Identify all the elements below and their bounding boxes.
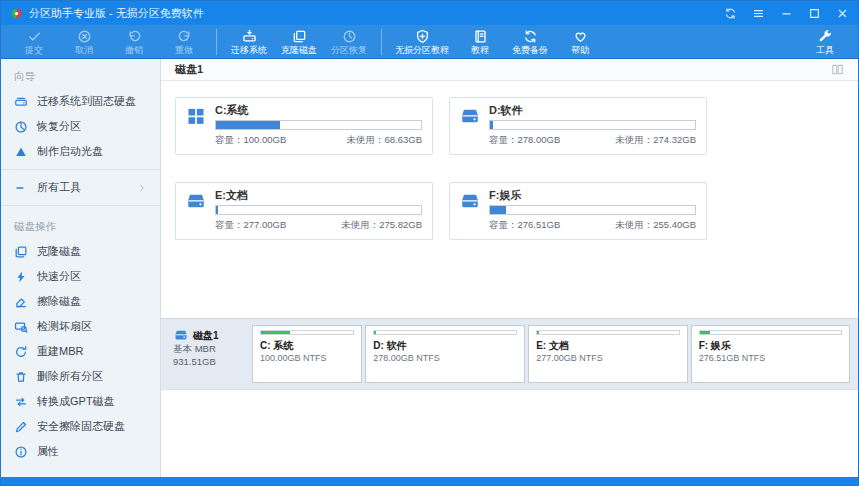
cancel-button[interactable]: 取消 xyxy=(59,26,109,58)
sidebar-item-convert-to-gpt[interactable]: 转换成GPT磁盘 xyxy=(1,389,160,414)
unused-text: 未使用：274.32GB xyxy=(615,134,696,147)
sidebar-item-rebuild-mbr[interactable]: 重建MBR xyxy=(1,339,160,364)
clone-disk-icon xyxy=(14,245,28,259)
tutorial-icon xyxy=(473,29,488,44)
partition-card-body: C:系统容量：100.00GB未使用：68.63GB xyxy=(215,104,422,147)
tutorial-button[interactable]: 教程 xyxy=(455,26,505,58)
cancel-icon xyxy=(77,29,92,44)
toolbar-label: 取消 xyxy=(75,45,93,55)
windows-logo-icon xyxy=(186,106,206,126)
sidebar-item-clone-disk[interactable]: 克隆磁盘 xyxy=(1,239,160,264)
capacity-text: 容量：277.00GB xyxy=(215,219,286,232)
toolbar-label: 提交 xyxy=(25,45,43,55)
disk-title: 磁盘1 xyxy=(175,62,203,77)
toolbar-label: 分区恢复 xyxy=(331,45,367,55)
sidebar-item-quick-partition[interactable]: 快速分区 xyxy=(1,264,160,289)
maximize-button[interactable] xyxy=(808,7,821,20)
sidebar-item-migrate-os-to-ssd[interactable]: 迁移系统到固态硬盘 xyxy=(1,89,160,114)
window-controls xyxy=(724,7,849,20)
drive-icon xyxy=(460,191,480,211)
sidebar-section-title: 磁盘操作 xyxy=(1,211,160,239)
partition-recovery-button[interactable]: 分区恢复 xyxy=(324,26,374,58)
partition-f-card[interactable]: F:娱乐容量：276.51GB未使用：255.40GB xyxy=(449,182,707,240)
dash-icon xyxy=(14,181,28,195)
toolbar-label: 帮助 xyxy=(571,45,589,55)
commit-button[interactable]: 提交 xyxy=(9,26,59,58)
usage-bar-fill xyxy=(216,121,280,129)
capacity-text: 容量：276.51GB xyxy=(489,219,560,232)
main-panel: 磁盘1 C:系统容量：100.00GB未使用：68.63GBD:软件容量：278… xyxy=(161,59,858,477)
menu-button[interactable] xyxy=(752,7,765,20)
partition-stats: 容量：277.00GB未使用：275.82GB xyxy=(215,219,422,232)
map-partition-detail: 100.00GB NTFS xyxy=(260,352,354,364)
sidebar-item-secure-erase-ssd[interactable]: 安全擦除固态硬盘 xyxy=(1,414,160,439)
sidebar-item-label: 迁移系统到固态硬盘 xyxy=(37,94,136,109)
clone-disk-button[interactable]: 克隆磁盘 xyxy=(274,26,324,58)
toolbar-label: 无损分区教程 xyxy=(395,45,449,55)
toolbar-label: 迁移系统 xyxy=(231,45,267,55)
usage-bar-fill xyxy=(490,206,506,214)
migrate-system-button[interactable]: 迁移系统 xyxy=(224,26,274,58)
tools-button[interactable]: 工具 xyxy=(800,26,850,58)
sidebar-item-properties[interactable]: 属性 xyxy=(1,439,160,464)
sidebar-item-all-tools[interactable]: 所有工具 xyxy=(1,175,160,200)
map-usage-bar-fill xyxy=(261,331,290,334)
titlebar: 分区助手专业版 - 无损分区免费软件 xyxy=(1,1,858,25)
map-usage-bar xyxy=(699,330,842,335)
delete-icon xyxy=(14,370,28,384)
undo-button[interactable]: 撤销 xyxy=(109,26,159,58)
disk-search-icon xyxy=(14,320,28,334)
partition-stats: 容量：278.00GB未使用：274.32GB xyxy=(489,134,696,147)
map-partition-detail: 276.51GB NTFS xyxy=(699,352,842,364)
convert-icon xyxy=(14,395,28,409)
partition-d-map-block[interactable]: D: 软件278.00GB NTFS xyxy=(365,325,525,383)
partition-f-map-block[interactable]: F: 娱乐276.51GB NTFS xyxy=(691,325,850,383)
map-usage-bar-fill xyxy=(537,331,539,334)
free-backup-button[interactable]: 免费备份 xyxy=(505,26,555,58)
sidebar-item-label: 所有工具 xyxy=(37,180,81,195)
partition-d-card[interactable]: D:软件容量：278.00GB未使用：274.32GB xyxy=(449,97,707,155)
chevron-right-icon xyxy=(137,183,147,193)
map-partition-label: F: 娱乐 xyxy=(699,339,842,352)
sidebar-item-check-bad-sectors[interactable]: 检测坏扇区 xyxy=(1,314,160,339)
map-usage-bar xyxy=(536,330,680,335)
toolbar-separator xyxy=(381,29,382,55)
close-button[interactable] xyxy=(836,7,849,20)
sidebar-item-recover-partition[interactable]: 恢复分区 xyxy=(1,114,160,139)
partition-e-map-block[interactable]: E: 文档277.00GB NTFS xyxy=(528,325,688,383)
lossless-tutorial-button[interactable]: 无损分区教程 xyxy=(389,26,455,58)
clone-disk-icon xyxy=(292,29,307,44)
pie-icon xyxy=(14,120,28,134)
partition-card-body: F:娱乐容量：276.51GB未使用：255.40GB xyxy=(489,189,696,232)
eraser-icon xyxy=(14,295,28,309)
disk-map-info[interactable]: 磁盘1 基本 MBR 931.51GB xyxy=(169,325,249,383)
main-empty-area xyxy=(161,390,858,477)
sidebar-item-label: 克隆磁盘 xyxy=(37,244,81,259)
partition-e-card[interactable]: E:文档容量：277.00GB未使用：275.82GB xyxy=(175,182,433,240)
sidebar-section-title: 向导 xyxy=(1,61,160,89)
map-usage-bar xyxy=(373,330,517,335)
toolbar: 提交取消撤销重做迁移系统克隆磁盘分区恢复无损分区教程教程免费备份帮助工具 xyxy=(1,25,858,59)
usage-bar-fill xyxy=(490,121,493,129)
view-toggle-icon[interactable] xyxy=(831,63,844,76)
check-icon xyxy=(27,29,42,44)
sidebar-item-label: 删除所有分区 xyxy=(37,369,103,384)
usage-bar xyxy=(489,120,696,130)
sync-button[interactable] xyxy=(724,7,737,20)
redo-button[interactable]: 重做 xyxy=(159,26,209,58)
partition-card-body: D:软件容量：278.00GB未使用：274.32GB xyxy=(489,104,696,147)
partition-stats: 容量：276.51GB未使用：255.40GB xyxy=(489,219,696,232)
partition-c-map-block[interactable]: C: 系统100.00GB NTFS xyxy=(252,325,362,383)
map-usage-bar xyxy=(260,330,354,335)
sidebar-item-label: 属性 xyxy=(37,444,59,459)
unused-text: 未使用：275.82GB xyxy=(341,219,422,232)
minimize-button[interactable] xyxy=(780,7,793,20)
sidebar-item-make-bootable-cd[interactable]: 制作启动光盘 xyxy=(1,139,160,164)
sidebar-item-wipe-disk[interactable]: 擦除磁盘 xyxy=(1,289,160,314)
partition-title: F:娱乐 xyxy=(489,189,696,202)
unused-text: 未使用：255.40GB xyxy=(615,219,696,232)
partition-c-card[interactable]: C:系统容量：100.00GB未使用：68.63GB xyxy=(175,97,433,155)
help-button[interactable]: 帮助 xyxy=(555,26,605,58)
partition-stats: 容量：100.00GB未使用：68.63GB xyxy=(215,134,422,147)
sidebar-item-delete-all-partitions[interactable]: 删除所有分区 xyxy=(1,364,160,389)
